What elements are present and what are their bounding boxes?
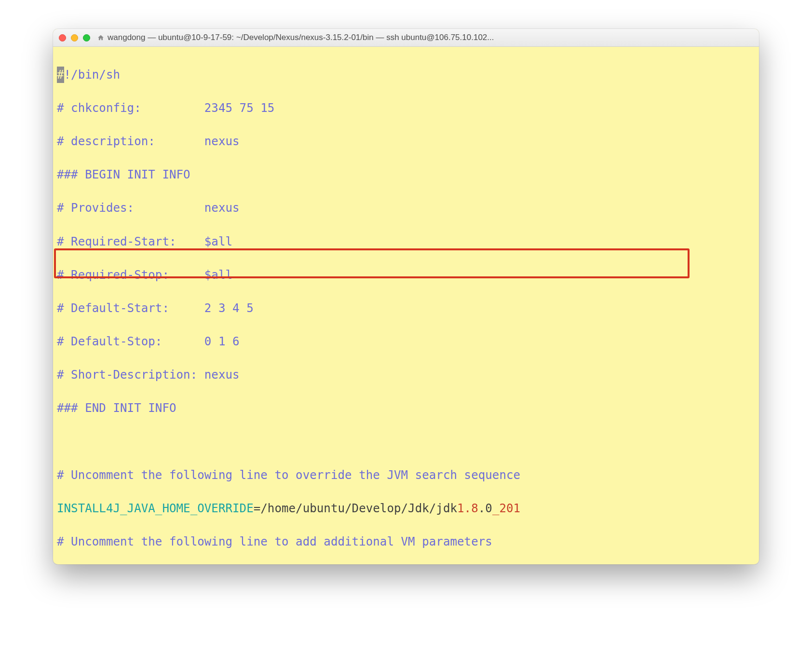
code-line: ### END INIT INFO — [57, 400, 755, 417]
minimize-button[interactable] — [71, 34, 78, 41]
traffic-lights — [59, 34, 90, 41]
code-line: # Uncomment the following line to overri… — [57, 467, 755, 484]
terminal-window: wangdong — ubuntu@10-9-17-59: ~/Develop/… — [53, 29, 759, 564]
code-line: # chkconfig: 2345 75 15 — [57, 100, 755, 117]
code-line: # Uncomment the following line to add ad… — [57, 533, 755, 550]
home-icon — [97, 34, 105, 41]
close-button[interactable] — [59, 34, 66, 41]
code-line: # Required-Stop: $all — [57, 267, 755, 284]
code-line: # description: nexus — [57, 133, 755, 150]
code-line: # Short-Description: nexus — [57, 367, 755, 383]
cursor: # — [57, 67, 64, 83]
titlebar[interactable]: wangdong — ubuntu@10-9-17-59: ~/Develop/… — [53, 29, 759, 47]
code-line: # Default-Stop: 0 1 6 — [57, 333, 755, 350]
code-line: # Required-Start: $all — [57, 233, 755, 250]
code-line: # Provides: nexus — [57, 200, 755, 217]
code-line: # Default-Start: 2 3 4 5 — [57, 300, 755, 317]
code-line: INSTALL4J_JAVA_HOME_OVERRIDE=/home/ubunt… — [57, 500, 755, 517]
code-line: !/bin/sh — [64, 68, 121, 82]
terminal-content[interactable]: #!/bin/sh # chkconfig: 2345 75 15 # desc… — [53, 47, 759, 564]
blank-line — [57, 434, 755, 451]
code-line: ### BEGIN INIT INFO — [57, 166, 755, 183]
window-title: wangdong — ubuntu@10-9-17-59: ~/Develop/… — [108, 33, 753, 42]
maximize-button[interactable] — [83, 34, 90, 41]
